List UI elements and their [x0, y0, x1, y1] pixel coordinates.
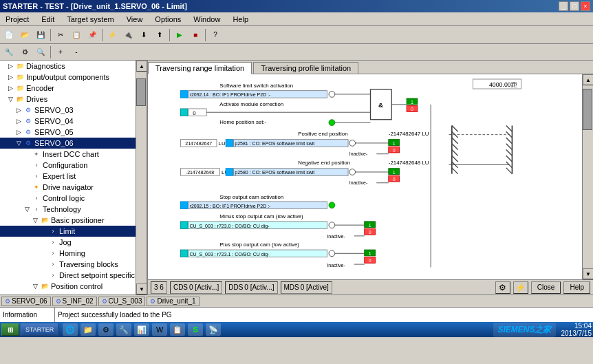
menu-target[interactable]: Target system — [64, 14, 116, 25]
tree-item-drives[interactable]: ▽ 📂 Drives — [0, 94, 136, 105]
window-controls: _ □ × — [559, 1, 590, 11]
info-tab-drive-unit[interactable]: ⚙ Drive_unit_1 — [147, 297, 199, 306]
tree-item-homing[interactable]: › Homing — [0, 248, 136, 259]
info-tab-cus003[interactable]: ⚙ CU_S_003 — [98, 297, 146, 306]
menu-window[interactable]: Window — [191, 14, 223, 25]
tree-item-expert[interactable]: › Expert list — [0, 171, 136, 182]
scroll-down-diagram-btn[interactable]: ▼ — [583, 268, 593, 279]
scroll-down-btn[interactable]: ▼ — [136, 283, 147, 295]
expand-icon: ▷ — [17, 107, 23, 114]
tree-item-limit[interactable]: › Limit — [0, 226, 136, 237]
tree-item-tech[interactable]: ▽ › Technology — [0, 204, 136, 215]
cut-btn[interactable]: ✂ — [53, 28, 68, 43]
tree-item-setpoint[interactable]: › Direct setpoint specific — [0, 270, 136, 281]
close-button[interactable]: Close — [531, 281, 561, 294]
close-button[interactable]: × — [581, 1, 590, 11]
tree-item-diagnostics[interactable]: ▷ 📁 Diagnostics — [0, 61, 136, 72]
minimize-button[interactable]: _ — [559, 1, 568, 11]
tab-traversing-range[interactable]: Traversing range limitation — [148, 62, 252, 74]
svg-point-6 — [329, 92, 335, 98]
paste-btn[interactable]: 📌 — [85, 28, 100, 43]
menu-view[interactable]: View — [124, 14, 146, 25]
folder-icon: 📂 — [40, 215, 50, 225]
taskbar-app1-icon[interactable]: ⚙ — [98, 323, 114, 336]
info-tab-sinf02[interactable]: ⚙ S_INF_02 — [52, 297, 97, 306]
connect-btn[interactable]: ⚡ — [105, 28, 120, 43]
help-btn[interactable]: ? — [208, 28, 223, 43]
config-btn[interactable]: ⚙ — [17, 45, 32, 60]
expert-btn[interactable]: 🔧 — [1, 45, 17, 60]
zoom-in-btn[interactable]: + — [53, 45, 68, 60]
copy-btn[interactable]: 📋 — [69, 28, 84, 43]
expand-icon: ▽ — [33, 283, 40, 290]
tree-label: Drive navigator — [43, 183, 94, 191]
start-label: ⊞ — [8, 326, 13, 334]
tree-item-servo05[interactable]: ▷ ⚙ SERVO_05 — [0, 127, 136, 138]
upload-btn[interactable]: ⬆ — [152, 28, 167, 43]
tree-label: Technology — [43, 205, 81, 213]
info-tab-label: SERVO_06 — [12, 297, 47, 305]
taskbar-app5-icon[interactable]: 📡 — [206, 323, 221, 336]
tree-item-jog[interactable]: › Jog — [0, 237, 136, 248]
zoom-out-btn[interactable]: - — [69, 45, 84, 60]
tree-item-drivnav[interactable]: ✦ Drive navigator — [0, 182, 136, 193]
main-layout: ▲ ▼ ▷ 📁 Diagnostics ▷ 📁 Input/output com… — [0, 61, 593, 295]
clock-time: 15:04 — [561, 322, 592, 330]
taskbar-starter-icon[interactable]: S — [188, 323, 203, 336]
tree-item-servo03[interactable]: ▷ ⚙ SERVO_03 — [0, 105, 136, 116]
download-btn[interactable]: ⬇ — [136, 28, 151, 43]
save-btn[interactable]: 💾 — [33, 28, 48, 43]
menu-edit[interactable]: Edit — [39, 14, 57, 25]
folder-icon: 📁 — [15, 83, 25, 93]
tab-traversing-profile[interactable]: Traversing profile limitation — [253, 62, 358, 74]
tree-item-servo06[interactable]: ▽ ⚙ SERVO_06 — [0, 138, 136, 149]
menu-options[interactable]: Options — [152, 14, 184, 25]
stop-btn[interactable]: ■ — [188, 28, 203, 43]
taskbar-item-starter[interactable]: STARTER — [21, 323, 58, 336]
taskbar-word-icon[interactable]: W — [152, 323, 167, 336]
menu-project[interactable]: Project — [3, 14, 32, 25]
svg-text:r2092.14 : BO: IF1 PROFIdrive : r2092.14 : BO: IF1 PROFIdrive P2D :- — [190, 92, 272, 97]
scroll-up-btn[interactable]: ▲ — [136, 61, 147, 72]
help-button[interactable]: Help — [563, 281, 590, 294]
open-btn[interactable]: 📂 — [17, 28, 32, 43]
svg-rect-10 — [188, 109, 206, 116]
svg-line-62 — [452, 144, 458, 150]
scroll-up-diagram-btn[interactable]: ▲ — [583, 74, 593, 85]
start-button[interactable]: ⊞ — [1, 323, 19, 336]
svg-text:Stop output cam activation: Stop output cam activation — [219, 194, 283, 200]
scrollbar-thumb[interactable] — [136, 78, 146, 106]
taskbar-ie-icon[interactable]: 🌐 — [63, 323, 78, 336]
menu-help[interactable]: Help — [230, 14, 251, 25]
tree-item-dcc[interactable]: ✦ Insert DCC chart — [0, 149, 136, 160]
svg-point-97 — [329, 250, 335, 257]
tree-item-servo04[interactable]: ▷ ⚙ SERVO_04 — [0, 116, 136, 127]
maximize-button[interactable]: □ — [570, 1, 579, 11]
tree-item-traversing[interactable]: › Traversing blocks — [0, 259, 136, 270]
run-btn[interactable]: ▶ — [172, 28, 187, 43]
tree-item-encoder[interactable]: ▷ 📁 Encoder — [0, 83, 136, 94]
tree-item-control[interactable]: › Control logic — [0, 193, 136, 204]
scrollbar-thumb-diagram[interactable] — [583, 89, 592, 130]
settings-icon-btn[interactable]: ⚙ — [495, 281, 510, 294]
diag-btn[interactable]: 🔍 — [33, 45, 48, 60]
new-btn[interactable]: 📄 — [1, 28, 17, 43]
taskbar-app3-icon[interactable]: 📊 — [134, 323, 149, 336]
tree-label: Jog — [59, 238, 72, 246]
svg-text:Inactive-: Inactive- — [327, 263, 345, 268]
tree-item-basic[interactable]: ▽ 📂 Basic positioner — [0, 215, 136, 226]
taskbar-folder-icon[interactable]: 📁 — [80, 323, 96, 336]
tree-item-mechanics[interactable]: › Mechanics — [0, 292, 136, 295]
svg-text:1: 1 — [369, 223, 371, 228]
disconnect-btn[interactable]: 🔌 — [120, 28, 136, 43]
info-tab-servo06[interactable]: ⚙ SERVO_06 — [1, 297, 51, 306]
svg-text:CU_S_003 : r723.0 : CO/BO: CU : CU_S_003 : r723.0 : CO/BO: CU dig- — [190, 224, 270, 229]
svg-text:Software limit switch activati: Software limit switch activation — [219, 83, 293, 89]
tree-item-poscontrol[interactable]: ▽ 📂 Position control — [0, 281, 136, 292]
taskbar-app2-icon[interactable]: 🔧 — [116, 323, 131, 336]
tree-item-config[interactable]: › Configuration — [0, 160, 136, 171]
mds-label: MDS — [284, 283, 299, 291]
tree-item-io[interactable]: ▷ 📁 Input/output components — [0, 72, 136, 83]
lightning-icon-btn[interactable]: ⚡ — [513, 281, 528, 294]
taskbar-app4-icon[interactable]: 📋 — [170, 323, 185, 336]
